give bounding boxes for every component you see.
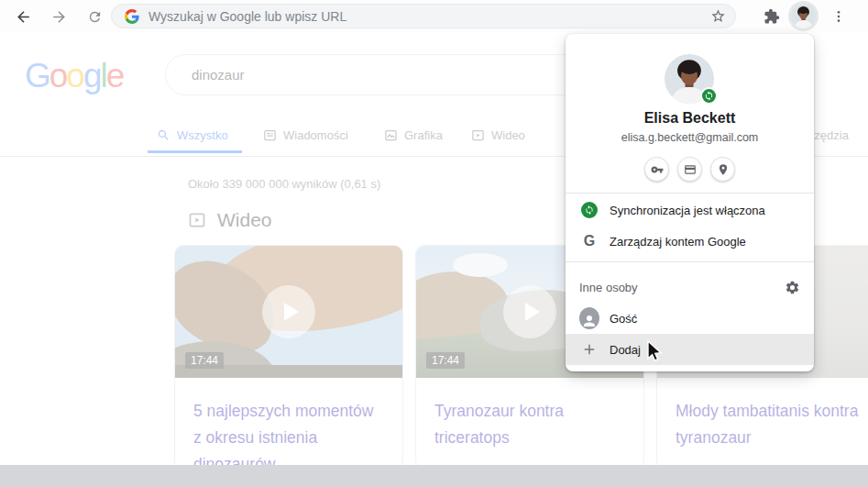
refresh-icon [87,9,103,25]
play-button[interactable] [503,285,556,338]
other-people-label: Inne osoby [579,281,638,294]
location-pin-icon [717,163,730,176]
profile-menu: Elisa Beckett elisa.g.beckett@gmail.com … [566,34,814,371]
bookmark-star-icon[interactable] [710,8,726,24]
search-icon [157,128,170,142]
mouse-cursor [644,339,665,363]
puzzle-icon [764,8,780,25]
plus-icon [579,341,599,358]
avatar [791,4,816,28]
guest-item[interactable]: Gość [566,303,814,334]
forward-button[interactable] [49,6,69,27]
back-button[interactable] [13,6,33,27]
logo-letter: G [25,57,49,94]
videos-heading: Wideo [217,209,272,231]
addresses-button[interactable] [710,157,735,182]
profile-avatar-button[interactable] [788,1,819,31]
video-duration-badge: 17:44 [185,352,224,369]
video-duration-badge: 17:44 [426,352,465,369]
guest-avatar-icon [579,307,599,329]
profile-name: Elisa Beckett [566,110,814,127]
profile-shortcuts [566,157,814,182]
bottom-gray-strip [0,465,868,487]
tab-label: Wiadomości [283,128,348,142]
video-section-icon [188,211,206,229]
videos-section-header: Wideo [188,209,272,231]
browser-toolbar: Wyszukaj w Google lub wpisz URL [0,0,868,32]
sync-on-icon [579,202,599,218]
other-people-header: Inne osoby [566,271,814,303]
browser-menu-button[interactable] [829,6,849,27]
google-account-icon: G [579,233,599,249]
browser-window: Wyszukaj w Google lub wpisz URL Google d… [0,0,868,487]
tab-label: rzędzia [810,128,849,142]
address-bar[interactable]: Wyszukaj w Google lub wpisz URL [111,4,736,28]
tab-wiadomosci[interactable]: Wiadomości [263,126,348,144]
tab-label: Wszystko [177,128,228,142]
add-person-item[interactable]: Dodaj [566,334,814,365]
tab-narzedzia-partial[interactable]: rzędzia [810,126,849,144]
logo-letter: o [49,57,67,94]
results-stats: Około 339 000 000 wyników (0,61 s) [188,177,380,191]
play-button[interactable] [262,285,315,338]
video-title-link[interactable]: 5 najlepszych momentów z okresu istnieni… [175,378,402,470]
logo-letter: e [106,57,124,94]
sync-status-item[interactable]: Synchronizacja jest włączona [566,194,814,226]
tab-label: Grafika [404,128,443,142]
credit-card-icon [684,163,697,176]
logo-letter: o [66,57,83,94]
passwords-button[interactable] [644,157,669,182]
video-thumbnail[interactable]: 17:44 [175,246,402,378]
key-icon [651,163,664,176]
menu-divider [566,193,814,194]
three-dot-menu-icon [831,9,846,24]
tab-grafika[interactable]: Grafika [384,126,443,144]
extensions-icon[interactable] [762,6,782,27]
manage-people-button[interactable] [785,280,800,295]
gear-icon [785,280,800,295]
sync-status-label: Synchronizacja jest włączona [610,204,765,217]
menu-divider [566,261,814,262]
tab-wszystko[interactable]: Wszystko [157,126,228,144]
video-card[interactable]: 17:44 5 najlepszych momentów z okresu is… [174,245,403,470]
forward-arrow-icon [50,8,68,26]
image-icon [384,128,398,142]
news-icon [263,128,277,142]
sync-badge-icon [700,87,718,105]
search-query-text: dinozaur [192,67,245,83]
tab-wideo[interactable]: Wideo [471,126,525,144]
active-tab-underline [148,150,242,153]
tab-label: Wideo [491,128,525,142]
profile-email: elisa.g.beckett@gmail.com [566,131,814,144]
manage-account-label: Zarządzaj kontem Google [610,235,746,249]
address-input[interactable]: Wyszukaj w Google lub wpisz URL [148,9,710,24]
guest-label: Gość [610,312,637,326]
google-logo: Google [25,57,123,95]
logo-letter: g [83,57,101,94]
video-title-link[interactable]: Młody tambatitanis kontra tyranozaur [657,378,868,451]
video-icon [471,128,485,142]
video-title-link[interactable]: Tyranozaur kontra triceratops [416,378,643,451]
google-g-icon [125,9,139,24]
refresh-button[interactable] [84,6,104,27]
back-arrow-icon [15,8,32,26]
add-label: Dodaj [610,343,641,357]
payment-methods-button[interactable] [677,157,702,182]
manage-account-item[interactable]: G Zarządzaj kontem Google [566,226,814,257]
